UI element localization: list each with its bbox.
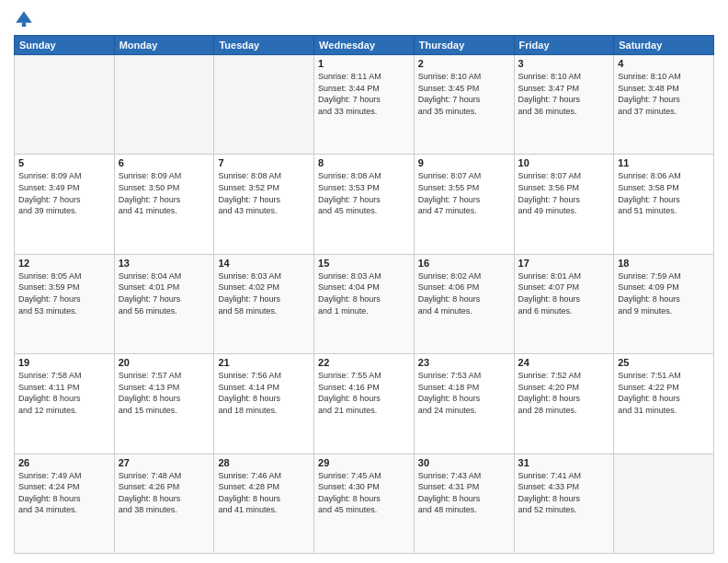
day-info: Sunrise: 8:08 AM Sunset: 3:52 PM Dayligh… <box>218 170 310 216</box>
day-info: Sunrise: 7:55 AM Sunset: 4:16 PM Dayligh… <box>318 370 410 416</box>
day-cell: 5Sunrise: 8:09 AM Sunset: 3:49 PM Daylig… <box>15 155 115 254</box>
week-row-3: 19Sunrise: 7:58 AM Sunset: 4:11 PM Dayli… <box>15 354 714 454</box>
day-cell: 11Sunrise: 8:06 AM Sunset: 3:58 PM Dayli… <box>614 155 714 254</box>
day-number: 30 <box>418 457 510 468</box>
day-info: Sunrise: 7:45 AM Sunset: 4:30 PM Dayligh… <box>318 470 410 516</box>
day-cell: 27Sunrise: 7:48 AM Sunset: 4:26 PM Dayli… <box>114 454 214 553</box>
day-info: Sunrise: 8:09 AM Sunset: 3:49 PM Dayligh… <box>18 170 110 216</box>
day-cell: 31Sunrise: 7:41 AM Sunset: 4:33 PM Dayli… <box>514 454 614 553</box>
day-info: Sunrise: 8:01 AM Sunset: 4:07 PM Dayligh… <box>518 270 610 316</box>
day-cell: 25Sunrise: 7:51 AM Sunset: 4:22 PM Dayli… <box>614 354 714 454</box>
day-info: Sunrise: 7:57 AM Sunset: 4:13 PM Dayligh… <box>119 370 210 416</box>
day-cell: 2Sunrise: 8:10 AM Sunset: 3:45 PM Daylig… <box>414 55 514 155</box>
day-cell: 22Sunrise: 7:55 AM Sunset: 4:16 PM Dayli… <box>314 354 415 454</box>
header <box>14 9 714 29</box>
day-cell: 16Sunrise: 8:02 AM Sunset: 4:06 PM Dayli… <box>414 254 514 353</box>
weekday-header-row: SundayMondayTuesdayWednesdayThursdayFrid… <box>15 36 714 55</box>
day-info: Sunrise: 7:48 AM Sunset: 4:26 PM Dayligh… <box>119 470 210 516</box>
day-info: Sunrise: 7:59 AM Sunset: 4:09 PM Dayligh… <box>618 270 710 316</box>
day-number: 9 <box>418 157 510 168</box>
logo-icon <box>14 9 34 29</box>
day-info: Sunrise: 8:03 AM Sunset: 4:04 PM Dayligh… <box>318 270 410 316</box>
day-cell <box>214 55 314 155</box>
day-cell: 29Sunrise: 7:45 AM Sunset: 4:30 PM Dayli… <box>314 454 415 553</box>
day-info: Sunrise: 7:56 AM Sunset: 4:14 PM Dayligh… <box>218 370 310 416</box>
day-number: 28 <box>218 457 310 468</box>
weekday-header-sunday: Sunday <box>15 36 115 55</box>
day-cell: 4Sunrise: 8:10 AM Sunset: 3:48 PM Daylig… <box>614 55 714 155</box>
day-number: 22 <box>318 357 410 368</box>
day-cell: 1Sunrise: 8:11 AM Sunset: 3:44 PM Daylig… <box>314 55 415 155</box>
day-info: Sunrise: 7:51 AM Sunset: 4:22 PM Dayligh… <box>618 370 710 416</box>
day-cell: 10Sunrise: 8:07 AM Sunset: 3:56 PM Dayli… <box>514 155 614 254</box>
day-cell: 26Sunrise: 7:49 AM Sunset: 4:24 PM Dayli… <box>15 454 115 553</box>
day-number: 20 <box>119 357 210 368</box>
day-info: Sunrise: 8:03 AM Sunset: 4:02 PM Dayligh… <box>218 270 310 316</box>
day-number: 18 <box>618 258 710 269</box>
day-number: 17 <box>518 258 610 269</box>
day-number: 7 <box>218 157 310 168</box>
week-row-0: 1Sunrise: 8:11 AM Sunset: 3:44 PM Daylig… <box>15 55 714 155</box>
day-info: Sunrise: 7:58 AM Sunset: 4:11 PM Dayligh… <box>18 370 110 416</box>
weekday-header-friday: Friday <box>514 36 614 55</box>
day-cell: 9Sunrise: 8:07 AM Sunset: 3:55 PM Daylig… <box>414 155 514 254</box>
day-info: Sunrise: 8:02 AM Sunset: 4:06 PM Dayligh… <box>418 270 510 316</box>
day-cell: 8Sunrise: 8:08 AM Sunset: 3:53 PM Daylig… <box>314 155 415 254</box>
day-cell: 28Sunrise: 7:46 AM Sunset: 4:28 PM Dayli… <box>214 454 314 553</box>
day-info: Sunrise: 7:41 AM Sunset: 4:33 PM Dayligh… <box>518 470 610 516</box>
day-info: Sunrise: 8:08 AM Sunset: 3:53 PM Dayligh… <box>318 170 410 216</box>
day-number: 31 <box>518 457 610 468</box>
day-number: 8 <box>318 157 410 168</box>
day-number: 21 <box>218 357 310 368</box>
weekday-header-wednesday: Wednesday <box>314 36 415 55</box>
day-number: 2 <box>418 58 510 69</box>
day-cell: 24Sunrise: 7:52 AM Sunset: 4:20 PM Dayli… <box>514 354 614 454</box>
day-cell <box>614 454 714 553</box>
day-cell: 12Sunrise: 8:05 AM Sunset: 3:59 PM Dayli… <box>15 254 115 353</box>
svg-marker-0 <box>16 11 32 22</box>
day-number: 11 <box>618 157 710 168</box>
day-info: Sunrise: 7:53 AM Sunset: 4:18 PM Dayligh… <box>418 370 510 416</box>
day-number: 14 <box>218 258 310 269</box>
day-info: Sunrise: 7:49 AM Sunset: 4:24 PM Dayligh… <box>18 470 110 516</box>
logo <box>14 9 38 29</box>
day-number: 25 <box>618 357 710 368</box>
calendar-table: SundayMondayTuesdayWednesdayThursdayFrid… <box>14 35 714 554</box>
weekday-header-thursday: Thursday <box>414 36 514 55</box>
day-number: 15 <box>318 258 410 269</box>
week-row-4: 26Sunrise: 7:49 AM Sunset: 4:24 PM Dayli… <box>15 454 714 553</box>
day-number: 3 <box>518 58 610 69</box>
day-cell: 6Sunrise: 8:09 AM Sunset: 3:50 PM Daylig… <box>114 155 214 254</box>
day-number: 19 <box>18 357 110 368</box>
day-cell: 30Sunrise: 7:43 AM Sunset: 4:31 PM Dayli… <box>414 454 514 553</box>
day-info: Sunrise: 8:09 AM Sunset: 3:50 PM Dayligh… <box>119 170 210 216</box>
week-row-1: 5Sunrise: 8:09 AM Sunset: 3:49 PM Daylig… <box>15 155 714 254</box>
day-info: Sunrise: 8:10 AM Sunset: 3:45 PM Dayligh… <box>418 71 510 117</box>
day-info: Sunrise: 8:11 AM Sunset: 3:44 PM Dayligh… <box>318 71 410 117</box>
day-info: Sunrise: 7:43 AM Sunset: 4:31 PM Dayligh… <box>418 470 510 516</box>
day-info: Sunrise: 8:04 AM Sunset: 4:01 PM Dayligh… <box>119 270 210 316</box>
day-number: 16 <box>418 258 510 269</box>
page: SundayMondayTuesdayWednesdayThursdayFrid… <box>0 0 728 563</box>
day-info: Sunrise: 8:07 AM Sunset: 3:55 PM Dayligh… <box>418 170 510 216</box>
day-number: 6 <box>119 157 210 168</box>
day-number: 26 <box>18 457 110 468</box>
week-row-2: 12Sunrise: 8:05 AM Sunset: 3:59 PM Dayli… <box>15 254 714 353</box>
day-cell: 20Sunrise: 7:57 AM Sunset: 4:13 PM Dayli… <box>114 354 214 454</box>
day-cell: 23Sunrise: 7:53 AM Sunset: 4:18 PM Dayli… <box>414 354 514 454</box>
day-number: 10 <box>518 157 610 168</box>
day-cell: 21Sunrise: 7:56 AM Sunset: 4:14 PM Dayli… <box>214 354 314 454</box>
day-cell: 18Sunrise: 7:59 AM Sunset: 4:09 PM Dayli… <box>614 254 714 353</box>
day-cell: 17Sunrise: 8:01 AM Sunset: 4:07 PM Dayli… <box>514 254 614 353</box>
day-number: 23 <box>418 357 510 368</box>
day-cell: 15Sunrise: 8:03 AM Sunset: 4:04 PM Dayli… <box>314 254 415 353</box>
day-number: 24 <box>518 357 610 368</box>
day-number: 4 <box>618 58 710 69</box>
weekday-header-saturday: Saturday <box>614 36 714 55</box>
svg-rect-1 <box>22 23 26 27</box>
day-number: 29 <box>318 457 410 468</box>
day-info: Sunrise: 8:07 AM Sunset: 3:56 PM Dayligh… <box>518 170 610 216</box>
day-number: 27 <box>119 457 210 468</box>
day-info: Sunrise: 8:05 AM Sunset: 3:59 PM Dayligh… <box>18 270 110 316</box>
day-cell: 7Sunrise: 8:08 AM Sunset: 3:52 PM Daylig… <box>214 155 314 254</box>
